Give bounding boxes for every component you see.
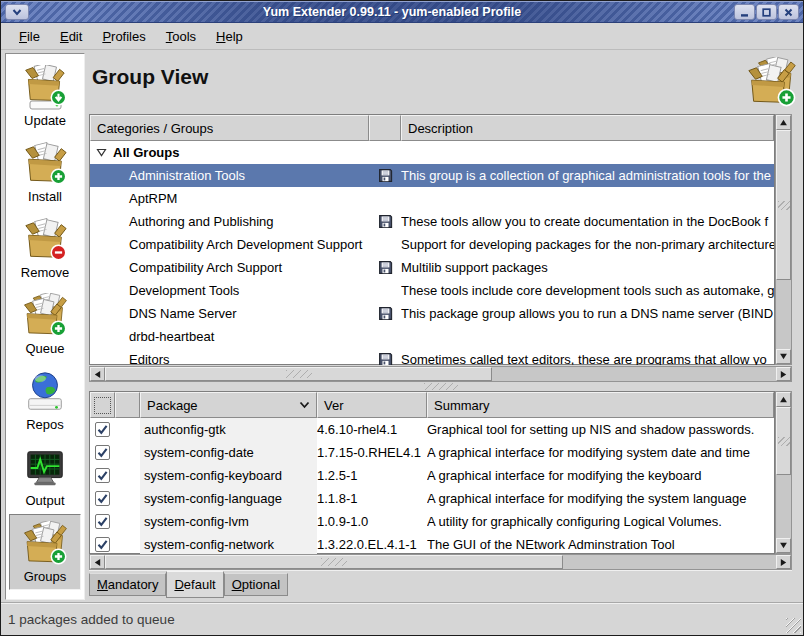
packages-hscroll-thumb[interactable] [105, 555, 563, 569]
statusbar: 1 packages added to queue [1, 602, 803, 635]
group-name: Authoring and Publishing [90, 210, 369, 233]
group-row[interactable]: Compatibility Arch Support Multilib supp… [90, 256, 774, 279]
package-summary: A utility for graphically configuring Lo… [427, 510, 774, 533]
group-root-row[interactable]: All Groups [90, 141, 774, 164]
group-row[interactable]: Editors Sometimes called text editors, t… [90, 348, 774, 365]
packages-horizontal-scrollbar [89, 554, 792, 570]
close-button[interactable] [778, 4, 799, 20]
expander-open-icon[interactable] [96, 147, 107, 158]
sidebar-item-label: Queue [25, 341, 64, 356]
package-name: system-config-language [140, 487, 317, 510]
output-monitor-icon [22, 445, 68, 491]
menu-file[interactable]: File [9, 25, 50, 47]
column-header-description[interactable]: Description [401, 115, 774, 141]
checkbox-checked-icon [96, 446, 109, 459]
scroll-up-button[interactable] [776, 392, 791, 407]
tab-optional[interactable]: Optional [224, 573, 288, 596]
group-description: These tools allow you to create document… [401, 210, 774, 233]
maximize-icon [761, 7, 772, 18]
package-row[interactable]: system-config-network 1.3.22.0.EL.4.1-1 … [90, 533, 774, 554]
column-header-select[interactable] [90, 392, 115, 418]
package-name: system-config-keyboard [140, 464, 317, 487]
packages-vscroll-thumb[interactable] [776, 407, 791, 475]
package-ver: 1.2.5-1 [317, 464, 427, 487]
column-header-group-icon[interactable] [369, 115, 401, 141]
package-summary: A graphical interface for modifying the … [427, 487, 774, 510]
groups-table-header: Categories / Groups Description [90, 115, 774, 141]
package-ver: 1.7.15-0.RHEL4.1 [317, 441, 427, 464]
packages-vertical-scrollbar [775, 391, 792, 554]
sidebar-item-install[interactable]: Install [9, 134, 81, 210]
group-row[interactable]: Development Tools These tools include co… [90, 279, 774, 302]
menu-profiles[interactable]: Profiles [92, 25, 155, 47]
floppy-icon [378, 306, 393, 321]
queue-boxes-icon [22, 293, 68, 339]
scroll-left-button[interactable] [90, 367, 105, 381]
group-description: These tools include core development too… [401, 279, 774, 302]
group-name: Compatibility Arch Support [90, 256, 369, 279]
sidebar-item-queue[interactable]: Queue [9, 286, 81, 362]
group-name: Editors [90, 348, 369, 365]
package-ver: 1.0.9-1.0 [317, 510, 427, 533]
group-name: drbd-heartbeat [90, 325, 369, 348]
column-header-package[interactable]: Package [140, 392, 317, 418]
pane-splitter-handle[interactable] [89, 382, 792, 391]
package-checkbox[interactable] [95, 422, 110, 437]
minimize-button[interactable] [734, 4, 755, 20]
scroll-down-button[interactable] [776, 538, 791, 553]
package-row[interactable]: system-config-lvm 1.0.9-1.0 A utility fo… [90, 510, 774, 533]
package-row[interactable]: system-config-language 1.1.8-1 A graphic… [90, 487, 774, 510]
column-header-summary[interactable]: Summary [427, 392, 774, 418]
scroll-right-button[interactable] [776, 367, 791, 381]
scroll-up-button[interactable] [776, 115, 791, 130]
group-row[interactable]: Compatibility Arch Development Support S… [90, 233, 774, 256]
sidebar-item-remove[interactable]: Remove [9, 210, 81, 286]
menu-edit[interactable]: Edit [50, 25, 92, 47]
package-checkbox[interactable] [95, 445, 110, 460]
menu-tools[interactable]: Tools [156, 25, 206, 47]
groups-vertical-scrollbar [775, 114, 792, 365]
sidebar-item-groups[interactable]: Groups [9, 514, 81, 590]
maximize-button[interactable] [756, 4, 777, 20]
checkbox-checked-icon [96, 469, 109, 482]
groups-hscroll-thumb[interactable] [105, 367, 492, 381]
group-name: DNS Name Server [90, 302, 369, 325]
groups-vscroll-thumb[interactable] [776, 130, 791, 280]
group-row[interactable]: Administration Tools This group is a col… [90, 164, 774, 187]
group-row[interactable]: DNS Name Server This package group allow… [90, 302, 774, 325]
package-row[interactable]: authconfig-gtk 4.6.10-rhel4.1 Graphical … [90, 418, 774, 441]
group-description: This group is a collection of graphical … [401, 164, 774, 187]
column-header-status[interactable] [115, 392, 140, 418]
scroll-right-button[interactable] [776, 555, 791, 569]
groups-horizontal-scrollbar [89, 366, 792, 382]
package-checkbox[interactable] [95, 537, 110, 552]
resize-grip[interactable] [786, 618, 801, 633]
sidebar-item-repos[interactable]: Repos [9, 362, 81, 438]
minimize-icon [739, 7, 750, 18]
column-header-ver[interactable]: Ver [317, 392, 427, 418]
menu-help[interactable]: Help [206, 25, 253, 47]
floppy-icon [378, 352, 393, 365]
group-row[interactable]: drbd-heartbeat [90, 325, 774, 348]
group-row[interactable]: Authoring and Publishing These tools all… [90, 210, 774, 233]
group-name: AptRPM [90, 187, 369, 210]
sidebar-item-label: Output [25, 493, 64, 508]
window-menu-button[interactable] [5, 4, 29, 20]
column-header-categories[interactable]: Categories / Groups [90, 115, 369, 141]
package-checkbox[interactable] [95, 491, 110, 506]
scroll-left-button[interactable] [90, 555, 105, 569]
tab-mandatory[interactable]: Mandatory [89, 573, 166, 596]
titlebar[interactable]: Yum Extender 0.99.11 - yum-enabled Profi… [1, 1, 803, 23]
package-summary: A graphical interface for modifying syst… [427, 441, 774, 464]
group-row[interactable]: AptRPM [90, 187, 774, 210]
package-row[interactable]: system-config-date 1.7.15-0.RHEL4.1 A gr… [90, 441, 774, 464]
floppy-icon [378, 214, 393, 229]
sidebar-item-output[interactable]: Output [9, 438, 81, 514]
package-checkbox[interactable] [95, 514, 110, 529]
scroll-down-button[interactable] [776, 349, 791, 364]
sidebar-item-update[interactable]: Update [9, 58, 81, 134]
package-name: system-config-lvm [140, 510, 317, 533]
package-row[interactable]: system-config-keyboard 1.2.5-1 A graphic… [90, 464, 774, 487]
package-checkbox[interactable] [95, 468, 110, 483]
tab-default[interactable]: Default [166, 571, 223, 598]
